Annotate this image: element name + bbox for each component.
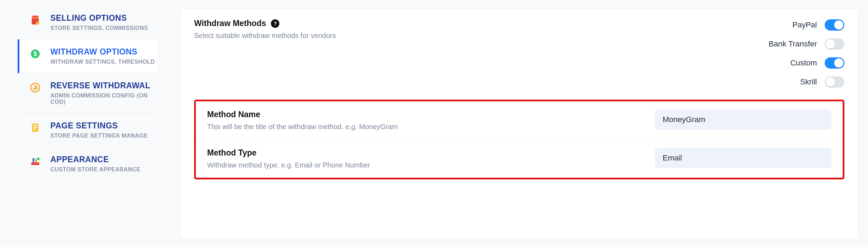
settings-sidebar: $ SELLING OPTIONS STORE SETTINGS, COMMIS… bbox=[0, 0, 167, 247]
sidebar-item-withdraw-options[interactable]: $ WITHDRAW OPTIONS WITHDRAW SETTINGS, TH… bbox=[18, 39, 157, 73]
sidebar-item-title: REVERSE WITHDRAWAL bbox=[50, 81, 157, 90]
sidebar-item-title: WITHDRAW OPTIONS bbox=[50, 47, 155, 57]
document-icon bbox=[29, 122, 41, 134]
field-description: This will be the title of the withdraw m… bbox=[207, 123, 398, 131]
svg-text:$: $ bbox=[33, 50, 37, 57]
sidebar-item-title: PAGE SETTINGS bbox=[50, 121, 148, 131]
main-content: Withdraw Methods ? Select suitable withd… bbox=[167, 0, 868, 247]
sidebar-item-subtitle: WITHDRAW SETTINGS, THRESHOLD bbox=[50, 59, 155, 65]
toggle-row-custom: Custom bbox=[790, 57, 844, 69]
method-type-input[interactable] bbox=[655, 148, 831, 168]
section-description: Select suitable withdraw methods for ven… bbox=[194, 32, 336, 40]
sidebar-item-appearance[interactable]: APPEARANCE CUSTOM STORE APPEARANCE bbox=[18, 147, 157, 180]
toggle-label: Bank Transfer bbox=[769, 39, 817, 49]
field-description: Withdraw method type. e.g. Email or Phon… bbox=[207, 161, 370, 169]
svg-text:$: $ bbox=[37, 23, 38, 25]
sidebar-item-subtitle: STORE PAGE SETTINGS MANAGE bbox=[50, 133, 148, 139]
toggle-row-paypal: PayPal bbox=[792, 19, 844, 31]
toggle-skrill[interactable] bbox=[825, 76, 844, 88]
svg-rect-7 bbox=[33, 125, 37, 126]
svg-text:$: $ bbox=[34, 86, 36, 90]
sidebar-item-subtitle: ADMIN COMMISSION CONFIG (ON COD) bbox=[50, 93, 157, 105]
toggle-paypal[interactable] bbox=[825, 19, 844, 31]
svg-point-13 bbox=[37, 158, 40, 160]
sidebar-item-title: APPEARANCE bbox=[50, 155, 141, 164]
withdraw-method-toggles: PayPal Bank Transfer Custom Skrill bbox=[769, 19, 844, 88]
field-label: Method Type bbox=[207, 148, 370, 158]
toggle-row-skrill: Skrill bbox=[800, 76, 844, 88]
shopping-bag-icon: $ bbox=[29, 14, 41, 26]
toggle-label: Custom bbox=[790, 58, 817, 68]
method-name-input[interactable] bbox=[655, 110, 831, 129]
sidebar-item-selling-options[interactable]: $ SELLING OPTIONS STORE SETTINGS, COMMIS… bbox=[18, 6, 157, 39]
paint-icon bbox=[29, 156, 41, 167]
svg-rect-12 bbox=[35, 159, 37, 163]
sidebar-item-page-settings[interactable]: PAGE SETTINGS STORE PAGE SETTINGS MANAGE bbox=[18, 113, 157, 147]
sidebar-item-reverse-withdrawal[interactable]: $ REVERSE WITHDRAWAL ADMIN COMMISSION CO… bbox=[18, 73, 157, 113]
sidebar-item-title: SELLING OPTIONS bbox=[50, 13, 148, 23]
field-label: Method Name bbox=[207, 110, 398, 119]
refund-circle-icon: $ bbox=[29, 82, 41, 94]
toggle-bank-transfer[interactable] bbox=[825, 38, 844, 50]
svg-rect-11 bbox=[33, 158, 35, 163]
settings-panel: Withdraw Methods ? Select suitable withd… bbox=[180, 8, 859, 239]
method-name-row: Method Name This will be the title of th… bbox=[196, 101, 843, 139]
method-type-row: Method Type Withdraw method type. e.g. E… bbox=[196, 139, 843, 178]
toggle-label: Skrill bbox=[800, 77, 817, 87]
toggle-row-bank-transfer: Bank Transfer bbox=[769, 38, 844, 50]
withdraw-methods-section: Withdraw Methods ? Select suitable withd… bbox=[194, 19, 844, 97]
svg-rect-10 bbox=[31, 163, 39, 165]
dollar-circle-icon: $ bbox=[29, 48, 41, 60]
sidebar-item-subtitle: CUSTOM STORE APPEARANCE bbox=[50, 166, 141, 173]
section-title: Withdraw Methods bbox=[194, 19, 266, 28]
svg-rect-8 bbox=[33, 127, 37, 128]
toggle-label: PayPal bbox=[792, 20, 817, 30]
help-icon[interactable]: ? bbox=[271, 19, 279, 28]
custom-method-highlight: Method Name This will be the title of th… bbox=[194, 100, 844, 179]
svg-rect-9 bbox=[33, 128, 36, 129]
sidebar-item-subtitle: STORE SETTINGS, COMMISSIONS bbox=[50, 25, 148, 31]
toggle-custom[interactable] bbox=[825, 57, 844, 69]
